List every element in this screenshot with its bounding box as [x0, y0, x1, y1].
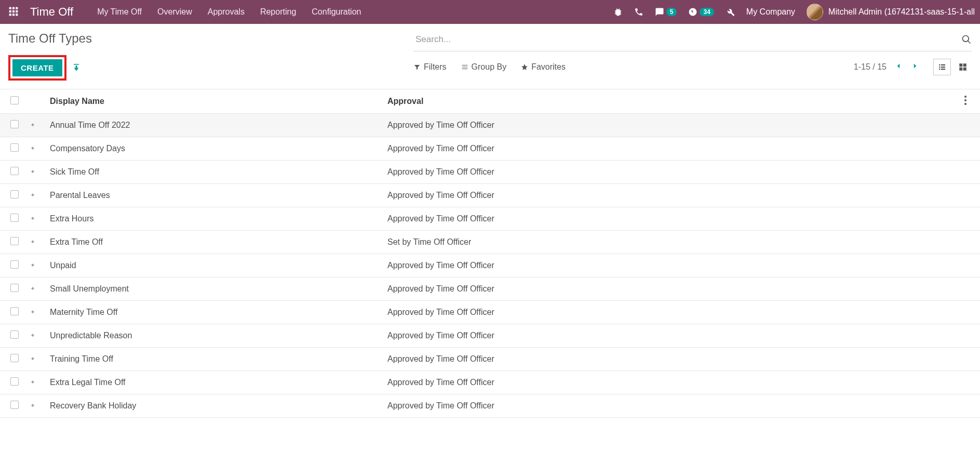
cell-name: Annual Time Off 2022: [45, 114, 382, 137]
groupby-button[interactable]: Group By: [461, 62, 507, 72]
search-icon[interactable]: [961, 34, 972, 46]
row-checkbox[interactable]: [10, 284, 19, 292]
groupby-label: Group By: [472, 62, 507, 72]
cell-approval: Approved by Time Off Officer: [382, 301, 959, 324]
nav-my-time-off[interactable]: My Time Off: [95, 7, 144, 17]
filters-button[interactable]: Filters: [413, 62, 447, 72]
favorites-button[interactable]: Favorites: [521, 62, 566, 72]
drag-handle-icon[interactable]: [29, 191, 36, 198]
cell-name: Extra Time Off: [45, 231, 382, 254]
apps-icon[interactable]: [8, 6, 19, 18]
table-row[interactable]: Unpredictable ReasonApproved by Time Off…: [0, 324, 980, 348]
search-bar: [413, 31, 972, 51]
drag-handle-icon[interactable]: [29, 401, 36, 408]
cell-approval: Approved by Time Off Officer: [382, 114, 959, 137]
tools-icon[interactable]: [726, 7, 735, 17]
page-title: Time Off Types: [8, 31, 413, 46]
cell-name: Parental Leaves: [45, 184, 382, 207]
table-row[interactable]: Training Time OffApproved by Time Off Of…: [0, 348, 980, 371]
user-menu[interactable]: Mitchell Admin (16742131-saas-15-1-all: [807, 4, 975, 20]
svg-rect-7: [12, 14, 15, 16]
create-highlight: CREATE: [8, 55, 66, 81]
table-row[interactable]: Recovery Bank HolidayApproved by Time Of…: [0, 394, 980, 418]
row-checkbox[interactable]: [10, 167, 19, 175]
col-header-name[interactable]: Display Name: [45, 89, 382, 114]
columns-menu-icon[interactable]: [964, 98, 966, 107]
cell-approval: Approved by Time Off Officer: [382, 161, 959, 184]
view-list-button[interactable]: [933, 59, 951, 75]
drag-handle-icon[interactable]: [29, 237, 36, 245]
svg-rect-9: [959, 63, 962, 67]
row-checkbox[interactable]: [10, 120, 19, 128]
svg-rect-8: [16, 14, 18, 16]
row-checkbox[interactable]: [10, 401, 19, 409]
search-input[interactable]: [413, 31, 972, 48]
svg-point-15: [964, 103, 966, 105]
activities-badge: 34: [700, 8, 714, 16]
table-row[interactable]: Extra Legal Time OffApproved by Time Off…: [0, 371, 980, 394]
table-row[interactable]: Extra HoursApproved by Time Off Officer: [0, 207, 980, 231]
drag-handle-icon[interactable]: [29, 354, 36, 362]
svg-rect-3: [9, 10, 11, 12]
filters-label: Filters: [424, 62, 447, 72]
table-row[interactable]: Extra Time OffSet by Time Off Officer: [0, 231, 980, 254]
nav-approvals[interactable]: Approvals: [206, 7, 247, 17]
row-checkbox[interactable]: [10, 237, 19, 245]
cell-name: Sick Time Off: [45, 161, 382, 184]
table-row[interactable]: UnpaidApproved by Time Off Officer: [0, 254, 980, 277]
row-checkbox[interactable]: [10, 143, 19, 152]
drag-handle-icon[interactable]: [29, 167, 36, 175]
drag-handle-icon[interactable]: [29, 214, 36, 221]
row-checkbox[interactable]: [10, 190, 19, 199]
company-selector[interactable]: My Company: [746, 7, 795, 17]
cell-name: Training Time Off: [45, 348, 382, 371]
select-all-checkbox[interactable]: [10, 96, 19, 104]
cell-approval: Set by Time Off Officer: [382, 231, 959, 254]
control-panel: Time Off Types CREATE Filters Group By: [0, 24, 980, 89]
row-checkbox[interactable]: [10, 307, 19, 315]
table-row[interactable]: Parental LeavesApproved by Time Off Offi…: [0, 184, 980, 207]
nav-configuration[interactable]: Configuration: [310, 7, 363, 17]
row-checkbox[interactable]: [10, 260, 19, 269]
drag-handle-icon[interactable]: [29, 284, 36, 292]
table-row[interactable]: Sick Time OffApproved by Time Off Office…: [0, 161, 980, 184]
activities-icon[interactable]: 34: [688, 7, 714, 17]
drag-handle-icon[interactable]: [29, 261, 36, 268]
cell-approval: Approved by Time Off Officer: [382, 207, 959, 231]
svg-point-14: [964, 99, 966, 101]
cell-name: Compensatory Days: [45, 137, 382, 161]
drag-handle-icon[interactable]: [29, 121, 36, 128]
col-header-approval[interactable]: Approval: [382, 89, 959, 114]
table-row[interactable]: Maternity Time OffApproved by Time Off O…: [0, 301, 980, 324]
table-row[interactable]: Compensatory DaysApproved by Time Off Of…: [0, 137, 980, 161]
pager-next[interactable]: [910, 61, 920, 73]
cell-approval: Approved by Time Off Officer: [382, 184, 959, 207]
pager-prev[interactable]: [894, 61, 903, 73]
view-kanban-button[interactable]: [954, 59, 972, 75]
table-row[interactable]: Annual Time Off 2022Approved by Time Off…: [0, 114, 980, 137]
nav-overview[interactable]: Overview: [155, 7, 194, 17]
row-checkbox[interactable]: [10, 214, 19, 222]
bug-icon[interactable]: [613, 7, 623, 17]
svg-rect-4: [12, 10, 15, 12]
drag-handle-icon[interactable]: [29, 308, 36, 315]
export-icon[interactable]: [72, 62, 81, 73]
drag-handle-icon[interactable]: [29, 378, 36, 385]
svg-point-13: [964, 96, 966, 98]
navbar-left: Time Off My Time Off Overview Approvals …: [8, 5, 363, 19]
svg-rect-5: [16, 10, 18, 12]
app-brand[interactable]: Time Off: [30, 5, 84, 19]
cell-name: Unpredictable Reason: [45, 324, 382, 348]
messages-icon[interactable]: 5: [655, 7, 677, 17]
nav-reporting[interactable]: Reporting: [258, 7, 298, 17]
drag-handle-icon[interactable]: [29, 331, 36, 338]
messages-badge: 5: [666, 8, 677, 16]
table-row[interactable]: Small UnemploymentApproved by Time Off O…: [0, 277, 980, 301]
row-checkbox[interactable]: [10, 330, 19, 339]
row-checkbox[interactable]: [10, 377, 19, 386]
row-checkbox[interactable]: [10, 354, 19, 362]
drag-handle-icon[interactable]: [29, 144, 36, 151]
cell-approval: Approved by Time Off Officer: [382, 137, 959, 161]
phone-icon[interactable]: [634, 7, 643, 17]
create-button[interactable]: CREATE: [12, 59, 62, 76]
